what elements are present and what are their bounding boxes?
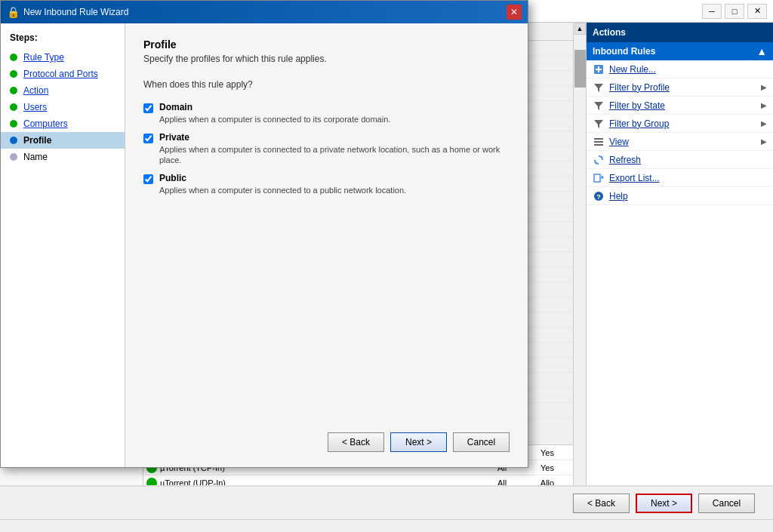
wizard-close-button[interactable]: ✕ bbox=[507, 5, 522, 20]
filter-group-icon bbox=[593, 118, 605, 130]
filter-profile-icon bbox=[593, 81, 605, 94]
svg-marker-13 bbox=[602, 175, 604, 180]
new-rule-action[interactable]: New Rule... bbox=[587, 60, 773, 78]
step-action[interactable]: Action bbox=[1, 82, 125, 99]
refresh-action[interactable]: Refresh bbox=[587, 151, 773, 169]
step-rule-type[interactable]: Rule Type bbox=[1, 49, 125, 66]
collapse-icon[interactable]: ▲ bbox=[756, 45, 767, 57]
wizard-question: When does this rule apply? bbox=[143, 79, 510, 90]
vertical-scrollbar[interactable]: ▲ ▼ bbox=[573, 23, 586, 519]
filter-by-state-action[interactable]: Filter by State ▶ bbox=[587, 97, 773, 115]
export-list-label: Export List... bbox=[609, 173, 767, 183]
step-label-computers: Computers bbox=[23, 118, 68, 129]
filter-state-label: Filter by State bbox=[609, 100, 761, 111]
view-arrow: ▶ bbox=[761, 137, 767, 146]
filter-state-icon bbox=[593, 100, 605, 112]
wizard-section-title: Profile bbox=[143, 38, 510, 51]
refresh-icon bbox=[593, 154, 605, 166]
public-label[interactable]: Public bbox=[159, 173, 406, 183]
step-label-name: Name bbox=[23, 152, 48, 162]
wizard-titlebar: 🔒 New Inbound Rule Wizard ✕ bbox=[1, 1, 528, 23]
step-dot-users bbox=[10, 103, 17, 111]
svg-rect-6 bbox=[594, 138, 603, 140]
wizard-app-icon: 🔒 bbox=[7, 6, 19, 18]
domain-checkbox[interactable] bbox=[143, 103, 153, 113]
bottom-back-button[interactable]: < Back bbox=[573, 494, 630, 513]
help-action[interactable]: ? Help bbox=[587, 187, 773, 205]
checkbox-group: Domain Applies when a computer is connec… bbox=[143, 102, 510, 203]
actions-title: Actions bbox=[587, 23, 773, 42]
refresh-label: Refresh bbox=[609, 155, 767, 165]
svg-marker-9 bbox=[601, 155, 603, 158]
step-dot-rule-type bbox=[10, 54, 17, 61]
bottom-next-button[interactable]: Next > bbox=[636, 494, 692, 513]
steps-panel: Steps: Rule Type Protocol and Ports Acti… bbox=[1, 23, 125, 467]
close-button[interactable]: ✕ bbox=[747, 4, 767, 19]
svg-marker-10 bbox=[594, 162, 596, 165]
back-button[interactable]: < Back bbox=[328, 432, 384, 452]
cancel-button[interactable]: Cancel bbox=[453, 432, 510, 452]
wizard-section-subtitle: Specify the profiles for which this rule… bbox=[143, 54, 510, 64]
step-protocol-ports[interactable]: Protocol and Ports bbox=[1, 66, 125, 82]
svg-marker-5 bbox=[594, 120, 603, 128]
new-rule-label: New Rule... bbox=[609, 64, 767, 75]
export-list-action[interactable]: Export List... bbox=[587, 169, 773, 187]
maximize-button[interactable]: □ bbox=[725, 4, 744, 19]
step-label-users: Users bbox=[23, 102, 47, 112]
step-label-protocol: Protocol and Ports bbox=[23, 69, 98, 79]
domain-checkbox-row: Domain Applies when a computer is connec… bbox=[143, 102, 510, 125]
public-description: Applies when a computer is connected to … bbox=[159, 186, 406, 195]
wizard-footer: < Back Next > Cancel bbox=[143, 420, 510, 452]
view-icon bbox=[593, 136, 605, 148]
filter-profile-arrow: ▶ bbox=[761, 83, 767, 91]
new-rule-icon bbox=[593, 63, 605, 75]
step-dot-profile bbox=[10, 137, 17, 144]
domain-description: Applies when a computer is connected to … bbox=[159, 115, 390, 124]
help-label: Help bbox=[609, 191, 767, 201]
minimize-button[interactable]: ─ bbox=[702, 4, 722, 19]
private-description: Applies when a computer is connected to … bbox=[159, 145, 500, 165]
domain-label[interactable]: Domain bbox=[159, 102, 390, 112]
wizard-body: Steps: Rule Type Protocol and Ports Acti… bbox=[1, 23, 528, 467]
step-dot-computers bbox=[10, 120, 17, 128]
step-dot-protocol bbox=[10, 70, 17, 78]
status-bar bbox=[0, 519, 773, 532]
svg-rect-8 bbox=[594, 144, 603, 146]
export-icon bbox=[593, 172, 605, 184]
wizard-dialog: 🔒 New Inbound Rule Wizard ✕ Steps: Rule … bbox=[0, 0, 528, 468]
view-action[interactable]: View ▶ bbox=[587, 133, 773, 151]
public-checkbox[interactable] bbox=[143, 174, 153, 184]
bottom-dialog-bar: < Back Next > Cancel bbox=[0, 485, 773, 519]
svg-rect-11 bbox=[594, 174, 600, 182]
step-profile[interactable]: Profile bbox=[1, 132, 125, 149]
step-name[interactable]: Name bbox=[1, 149, 125, 165]
filter-group-label: Filter by Group bbox=[609, 118, 761, 129]
filter-by-profile-action[interactable]: Filter by Profile ▶ bbox=[587, 78, 773, 97]
bg-window-controls[interactable]: ─ □ ✕ bbox=[702, 4, 767, 19]
help-icon: ? bbox=[593, 190, 605, 202]
private-checkbox-row: Private Applies when a computer is conne… bbox=[143, 132, 510, 165]
actions-panel: Actions Inbound Rules ▲ New Rule... bbox=[586, 23, 773, 532]
step-dot-action bbox=[10, 87, 17, 94]
svg-text:?: ? bbox=[596, 193, 601, 201]
step-computers[interactable]: Computers bbox=[1, 115, 125, 132]
inbound-rules-header[interactable]: Inbound Rules ▲ bbox=[587, 42, 773, 60]
next-button[interactable]: Next > bbox=[390, 432, 447, 452]
step-users[interactable]: Users bbox=[1, 99, 125, 115]
steps-title: Steps: bbox=[1, 32, 125, 49]
filter-state-arrow: ▶ bbox=[761, 101, 767, 109]
view-label: View bbox=[609, 137, 761, 147]
svg-rect-7 bbox=[594, 141, 603, 143]
step-dot-name bbox=[10, 153, 17, 161]
wizard-title: New Inbound Rule Wizard bbox=[23, 7, 128, 17]
bottom-cancel-button[interactable]: Cancel bbox=[698, 494, 755, 513]
filter-by-group-action[interactable]: Filter by Group ▶ bbox=[587, 115, 773, 133]
svg-marker-4 bbox=[594, 102, 603, 110]
step-label-profile: Profile bbox=[23, 135, 51, 146]
private-label[interactable]: Private bbox=[159, 132, 510, 143]
svg-marker-3 bbox=[594, 84, 603, 92]
step-label-action: Action bbox=[23, 85, 48, 96]
public-checkbox-row: Public Applies when a computer is connec… bbox=[143, 173, 510, 195]
filter-profile-label: Filter by Profile bbox=[609, 82, 761, 93]
private-checkbox[interactable] bbox=[143, 134, 153, 143]
